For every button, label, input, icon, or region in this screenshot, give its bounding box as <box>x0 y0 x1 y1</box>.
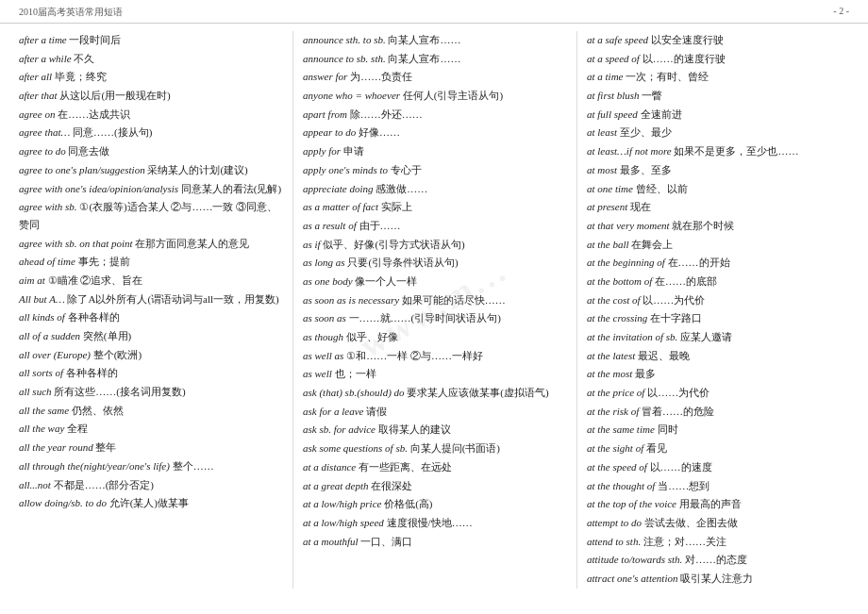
entry-english: at the beginning of <box>587 257 665 268</box>
list-item: all the year round 整年 <box>19 439 283 456</box>
entry-english: agree to do <box>19 145 66 157</box>
entry-chinese: 一口、满口 <box>360 536 412 547</box>
list-item: as a result of 由于…… <box>303 217 567 235</box>
list-item: ahead of time 事先；提前 <box>19 253 283 271</box>
list-item: apply for 申请 <box>303 142 567 160</box>
entry-chinese: 突然(单用) <box>83 330 131 341</box>
entry-english: allow doing/sb. to do <box>19 497 107 508</box>
entry-english: as well <box>303 368 332 379</box>
list-item: at one time 曾经、以前 <box>587 180 851 198</box>
entry-english: at one time <box>587 183 633 194</box>
entry-english: at the same time <box>587 423 655 435</box>
entry-english: as a matter of fact <box>303 201 378 212</box>
entry-english: as soon as <box>303 312 346 324</box>
entry-chinese: 整个(欧洲) <box>93 349 142 360</box>
list-item: all kinds of 各种各样的 <box>19 308 283 326</box>
entry-chinese: 感激做…… <box>376 183 427 194</box>
entry-english: all such <box>19 386 52 397</box>
list-item: at the invitation of sb. 应某人邀请 <box>587 328 851 346</box>
entry-chinese: 同意……(接从句) <box>73 126 152 138</box>
list-item: at the beginning of 在……的开始 <box>587 254 851 272</box>
entry-chinese: 毕竟；终究 <box>55 71 107 82</box>
entry-english: all kinds of <box>19 311 65 323</box>
entry-chinese: 专心于 <box>391 164 422 175</box>
entry-english: at a low/high price <box>303 498 381 509</box>
entry-chinese: 向某人宣布…… <box>388 53 460 64</box>
list-item: ask sb. for advice 取得某人的建议 <box>303 421 567 439</box>
entry-english: all of a sudden <box>19 330 80 341</box>
entry-chinese: 价格低(高) <box>384 498 432 509</box>
entry-english: all over (Europe) <box>19 349 91 360</box>
entry-chinese: 同意某人的看法(见解) <box>181 183 281 194</box>
entry-english: attend to sth. <box>587 536 641 547</box>
entry-chinese: 看见 <box>646 442 667 454</box>
entry-english: at the top of the voice <box>587 498 676 509</box>
entry-english: answer for <box>303 71 347 82</box>
entry-english: at the price of <box>587 387 644 398</box>
entry-chinese: 似乎、好像(引导方式状语从句) <box>323 239 464 250</box>
entry-english: all sorts of <box>19 367 63 378</box>
entry-chinese: 允许(某人)做某事 <box>109 497 189 508</box>
entry-english: all...not <box>19 479 51 490</box>
entry-english: ask for a leave <box>303 406 363 417</box>
entry-chinese: 一次；有时、曾经 <box>626 71 709 82</box>
list-item: agree on 在……达成共识 <box>19 106 283 124</box>
list-item: as though 似乎、好像 <box>303 328 567 346</box>
entry-chinese: 全程 <box>67 423 88 434</box>
entry-english: at the most <box>587 368 632 379</box>
list-item: at the top of the voice 用最高的声音 <box>587 495 851 513</box>
list-item: answer for 为……负责任 <box>303 68 567 86</box>
entry-english: as though <box>303 331 343 342</box>
entry-english: at the bottom of <box>587 275 652 287</box>
entry-english: all through the(night/year/one's life) <box>19 460 170 472</box>
list-item: at most 最多、至多 <box>587 161 851 179</box>
entry-english: All but A… <box>19 293 65 305</box>
list-item: all of a sudden 突然(单用) <box>19 327 283 345</box>
entry-chinese: 一瞥 <box>642 90 662 101</box>
list-item: at the speed of 以……的速度 <box>587 458 851 476</box>
list-item: aim at ①瞄准 ②追求、旨在 <box>19 272 283 290</box>
column-1: after a time 一段时间后after a while 不久after … <box>15 31 289 589</box>
list-item: all over (Europe) 整个(欧洲) <box>19 346 283 364</box>
list-item: at a time 一次；有时、曾经 <box>587 68 851 86</box>
list-item: after all 毕竟；终究 <box>19 68 283 86</box>
list-item: at the most 最多 <box>587 365 851 383</box>
entry-english: agree that… <box>19 126 70 138</box>
entry-chinese: 申请 <box>343 145 364 157</box>
column-3: at a safe speed 以安全速度行驶at a speed of 以……… <box>581 31 857 589</box>
entry-chinese: 向某人宣布…… <box>388 34 460 45</box>
entry-english: at a time <box>587 71 624 82</box>
entry-chinese: 在很深处 <box>371 480 412 491</box>
col-divider-1 <box>292 31 293 589</box>
entry-english: after a while <box>19 53 72 64</box>
list-item: All but A… 除了A以外所有人(谓语动词与all一致，用复数) <box>19 290 283 308</box>
list-item: at a low/high speed 速度很慢/快地…… <box>303 514 567 532</box>
entry-chinese: 当……想到 <box>658 480 709 491</box>
list-item: all through the(night/year/one's life) 整… <box>19 457 283 475</box>
entry-chinese: 一段时间后 <box>69 34 121 45</box>
list-item: as soon as 一……就……(引导时间状语从句) <box>303 309 567 327</box>
entry-english: appreciate doing <box>303 183 373 194</box>
list-item: appear to do 好像…… <box>303 124 567 141</box>
entry-english: at the cost of <box>587 294 641 306</box>
entry-chinese: 曾经、以前 <box>636 183 688 194</box>
list-item: attempt to do 尝试去做、企图去做 <box>587 514 851 532</box>
list-item: as well as ①和……一样 ②与……一样好 <box>303 347 567 365</box>
entry-chinese: 全速前进 <box>641 108 682 120</box>
list-item: agree with sb. on that point 在那方面同意某人的意见 <box>19 235 283 253</box>
list-item: at least…if not more 如果不是更多，至少也…… <box>587 142 851 160</box>
list-item: after that 从这以后(用一般现在时) <box>19 87 283 105</box>
entry-chinese: 最多、至多 <box>620 164 672 175</box>
entry-english: ahead of time <box>19 256 75 267</box>
entry-chinese: 在……达成共识 <box>58 108 130 120</box>
entry-chinese: 同时 <box>658 423 678 435</box>
list-item: apart from 除……外还…… <box>303 106 567 124</box>
entry-chinese: 由于…… <box>359 220 401 231</box>
entry-english: at the invitation of sb. <box>587 331 677 342</box>
list-item: as long as 只要(引导条件状语从句) <box>303 254 567 272</box>
entry-english: as if <box>303 239 321 250</box>
list-item: all such 所有这些……(接名词用复数) <box>19 383 283 401</box>
entry-english: as soon as is necessary <box>303 294 399 306</box>
list-item: at full speed 全速前进 <box>587 106 851 124</box>
entry-english: ask (that) sb.(should) do <box>303 387 405 398</box>
